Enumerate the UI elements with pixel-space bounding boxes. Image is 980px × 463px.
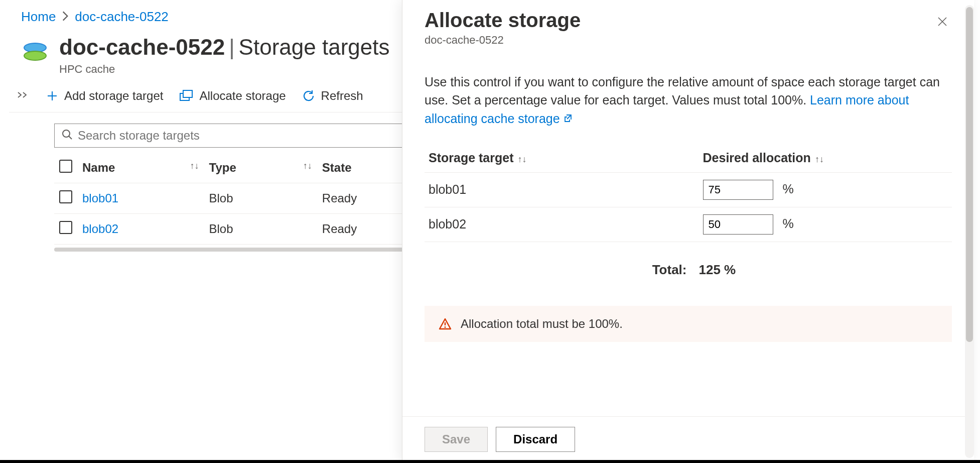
sort-icon: ↑↓ (815, 154, 824, 164)
expand-menu-icon[interactable] (14, 89, 31, 102)
target-type: Blob (204, 183, 317, 214)
close-icon (937, 17, 948, 30)
table-row: blob01 Blob Ready (54, 183, 436, 214)
search-icon (62, 129, 73, 142)
hpc-cache-icon (21, 38, 49, 66)
target-type: Blob (204, 214, 317, 245)
row-checkbox[interactable] (59, 221, 72, 234)
table-row: blob02 Blob Ready (54, 214, 436, 245)
percent-label: % (782, 216, 793, 230)
col-desired-allocation[interactable]: Desired allocation↑↓ (699, 144, 952, 173)
svg-point-7 (445, 326, 446, 328)
table-header-row: Name↑↓ Type↑↓ State↑↓ (54, 153, 436, 183)
panel-footer: Save Discard (402, 416, 974, 463)
panel-subtitle: doc-cache-0522 (425, 34, 581, 47)
target-link[interactable]: blob01 (82, 191, 118, 205)
target-link[interactable]: blob02 (82, 222, 118, 236)
refresh-icon (302, 89, 315, 102)
svg-rect-5 (183, 90, 192, 97)
panel-title: Allocate storage (425, 9, 581, 32)
chevron-right-icon (62, 9, 69, 25)
save-button[interactable]: Save (425, 427, 488, 452)
allocate-storage-panel: Allocate storage doc-cache-0522 Use this… (402, 0, 974, 463)
page-subtitle: HPC cache (59, 63, 389, 76)
warning-text: Allocation total must be 100%. (461, 317, 623, 331)
refresh-button[interactable]: Refresh (301, 87, 364, 105)
allocate-icon (179, 89, 193, 102)
allocation-target-name: blob02 (425, 207, 699, 242)
sort-icon: ↑↓ (517, 154, 526, 164)
scrollbar-thumb[interactable] (966, 7, 973, 342)
allocation-input[interactable] (703, 180, 773, 200)
sort-icon: ↑↓ (303, 161, 312, 171)
select-all-checkbox[interactable] (59, 160, 72, 173)
warning-icon (439, 317, 452, 330)
validation-warning: Allocation total must be 100%. (425, 306, 952, 342)
window-frame-bottom (0, 460, 980, 463)
panel-description: Use this control if you want to configur… (425, 73, 952, 128)
breadcrumb-resource[interactable]: doc-cache-0522 (75, 9, 168, 25)
allocation-row: blob02 % (425, 207, 952, 242)
col-name[interactable]: Name↑↓ (77, 153, 204, 183)
percent-label: % (782, 182, 793, 196)
close-button[interactable] (933, 12, 952, 34)
sort-icon: ↑↓ (190, 161, 199, 171)
allocate-storage-button[interactable]: Allocate storage (178, 87, 287, 105)
col-storage-target[interactable]: Storage target↑↓ (425, 144, 699, 173)
svg-point-6 (63, 130, 70, 137)
add-storage-target-button[interactable]: Add storage target (45, 87, 164, 105)
allocation-total: Total: 125 % (425, 242, 952, 278)
allocation-target-name: blob01 (425, 172, 699, 207)
col-type[interactable]: Type↑↓ (204, 153, 317, 183)
allocation-input[interactable] (703, 214, 773, 235)
row-checkbox[interactable] (59, 190, 72, 203)
horizontal-scrollbar[interactable] (54, 248, 436, 252)
page-title: doc-cache-0522|Storage targets (59, 35, 389, 60)
storage-targets-table: Name↑↓ Type↑↓ State↑↓ blob01 Blob Ready … (54, 153, 436, 245)
allocation-row: blob01 % (425, 172, 952, 207)
vertical-scrollbar[interactable] (965, 5, 974, 458)
breadcrumb-home[interactable]: Home (21, 9, 56, 25)
discard-button[interactable]: Discard (496, 427, 575, 452)
plus-icon (46, 90, 58, 102)
allocation-table: Storage target↑↓ Desired allocation↑↓ bl… (425, 144, 952, 242)
external-link-icon (564, 113, 573, 125)
